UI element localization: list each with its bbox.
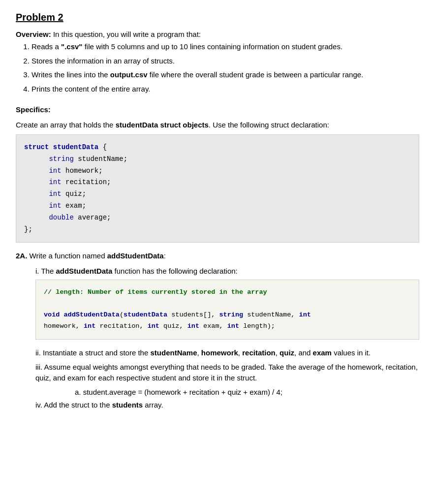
specifics-struct-bold: studentData struct objects (116, 121, 209, 129)
int-type-2: int (84, 322, 95, 330)
list-item: Reads a ".csv" file with 5 columns and u… (31, 41, 419, 53)
2a-text: Write a function named (27, 252, 107, 260)
section-2a: 2A. Write a function named addStudentDat… (16, 251, 419, 410)
specifics-bold-label: Specifics: (16, 105, 51, 114)
list-item: Stores the information in an array of st… (31, 56, 419, 67)
part-iii-text: iii. Assume equal weights amongst everyt… (35, 362, 419, 384)
studentname-bold: studentName (150, 348, 197, 357)
code-comment-line: // length: Number of items currently sto… (44, 287, 411, 298)
int-keyword-2: int (49, 178, 61, 186)
specifics-text: Create an array that holds the (16, 121, 116, 129)
overview-paragraph: Overview: In this question, you will wri… (16, 30, 419, 38)
double-keyword: double (49, 214, 73, 221)
2a-rest: : (164, 252, 166, 260)
overview-list: Reads a ".csv" file with 5 columns and u… (31, 41, 419, 94)
studentdata-type: studentData (124, 311, 167, 318)
function-code-block: // length: Number of items currently sto… (35, 280, 419, 340)
overview-text: In this question, you will write a progr… (51, 30, 201, 38)
part-ii-text: ii. Instantiate a struct and store the s… (35, 347, 419, 359)
code-declaration-line: void addStudentData(studentData students… (44, 310, 411, 332)
output-csv-bold: output.csv (110, 70, 148, 79)
string-keyword: string (49, 155, 73, 163)
page-title: Problem 2 (16, 12, 419, 23)
2a-label: 2A. (16, 252, 27, 260)
quiz-bold: quiz (280, 348, 294, 357)
part-iv-text: iv. Add the struct to the students array… (35, 400, 419, 411)
overview-label: Overview: (16, 30, 51, 38)
specifics-description: Create an array that holds the studentDa… (16, 120, 419, 131)
list-item: Writes the lines into the output.csv fil… (31, 69, 419, 81)
function-name: addStudentData (64, 311, 120, 318)
int-keyword-4: int (49, 202, 61, 210)
struct-code-block: struct studentData { string studentName;… (16, 134, 419, 243)
exam-bold: exam (313, 348, 332, 357)
int-type-1: int (299, 311, 311, 318)
string-type: string (219, 311, 244, 318)
overview-section: Overview: In this question, you will wri… (16, 30, 419, 94)
part-iv-rest: array. (143, 401, 163, 409)
part-iv-start: iv. Add the struct to the (35, 401, 112, 409)
recitation-bold: recitation (242, 348, 276, 357)
indented-section: i. The addStudentData function has the f… (35, 266, 419, 411)
specifics-label: Specifics: (16, 104, 419, 116)
int-type-4: int (187, 322, 199, 330)
part-iii-a: a. student.average = (homework + recitat… (75, 387, 419, 398)
int-keyword-3: int (49, 190, 61, 198)
specifics-section: Specifics: Create an array that holds th… (16, 104, 419, 243)
section-2a-heading: 2A. Write a function named addStudentDat… (16, 251, 419, 262)
addstudentdata-bold: addStudentData (107, 252, 164, 260)
homework-bold: homework (201, 348, 238, 357)
part-i-text: i. The addStudentData function has the f… (35, 266, 419, 277)
list-item: Prints the content of the entire array. (31, 84, 419, 95)
struct-name: studentData (53, 143, 98, 151)
int-type-3: int (148, 322, 159, 330)
code-comment: // length: Number of items currently sto… (44, 288, 267, 296)
csv-bold: ".csv" (61, 42, 82, 51)
void-keyword: void (44, 311, 60, 318)
int-type-5: int (227, 322, 239, 330)
specifics-rest: . Use the following struct declaration: (209, 121, 329, 129)
part-i-start: i. The (35, 267, 56, 275)
part-i-bold: addStudentData (56, 267, 112, 275)
struct-keyword: struct (24, 143, 49, 151)
students-bold: students (112, 401, 143, 409)
part-i-rest: function has the following declaration: (112, 267, 237, 275)
part-iii-a-text: a. student.average = (homework + recitat… (75, 387, 419, 398)
int-keyword-1: int (49, 167, 61, 175)
